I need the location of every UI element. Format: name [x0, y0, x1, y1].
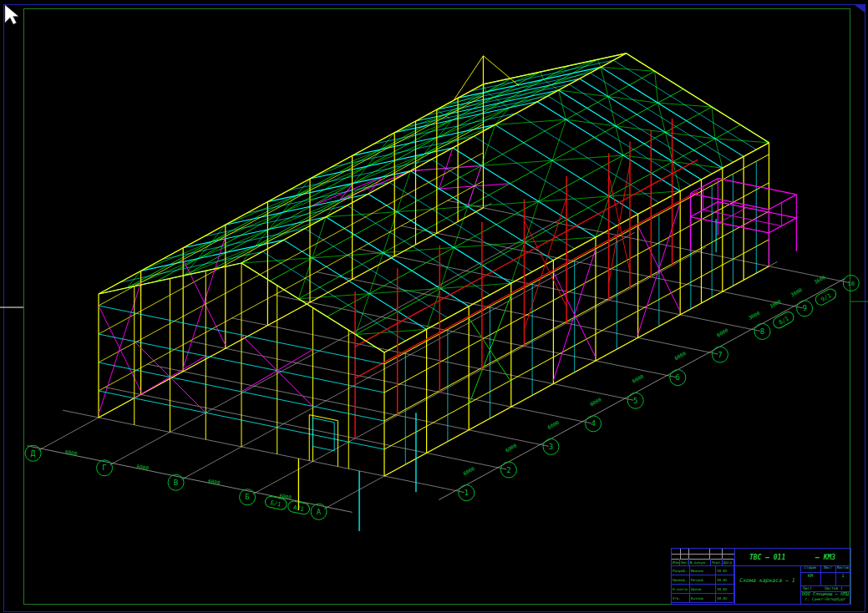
axis-marker: 10 — [843, 275, 859, 291]
sign-role: Провер. — [672, 575, 690, 585]
svg-text:Д: Д — [31, 449, 36, 458]
svg-text:8/1: 8/1 — [778, 315, 790, 326]
axis-marker: Д — [25, 445, 41, 461]
grid-dimension-lines — [28, 200, 850, 512]
sheet-header: Лист — [820, 565, 835, 570]
svg-text:3: 3 — [549, 443, 553, 451]
svg-text:Б/1: Б/1 — [270, 499, 282, 508]
sign-date: 10.02 — [716, 575, 734, 585]
axis-markers: ДГВББ/1А/1А123456788/199/110 — [25, 275, 859, 519]
sheet-row-right: Листов 1 — [825, 586, 843, 590]
svg-text:А: А — [317, 508, 322, 516]
cad-application-window: ДГВББ/1А/1А123456788/199/110600060006000… — [0, 0, 868, 613]
tb-header-cell: Подп. — [711, 559, 723, 566]
sign-date: 10.02 — [716, 585, 734, 594]
mouse-cursor — [5, 5, 18, 24]
doc-number-left: ТВС – 011 — [749, 554, 785, 561]
sign-role: Н.контр. — [672, 585, 690, 594]
axis-marker: 3 — [543, 438, 559, 454]
sign-name: Петров — [690, 575, 716, 585]
document-number: ТВС – 011 – КМ3 — [734, 549, 850, 565]
svg-text:3000: 3000 — [789, 286, 803, 297]
sheets-value: 1 — [835, 573, 850, 578]
tb-header-cell: Дата — [723, 559, 734, 566]
svg-text:6000: 6000 — [279, 492, 292, 500]
svg-text:6000: 6000 — [505, 442, 518, 453]
svg-text:7: 7 — [718, 351, 722, 359]
sign-name: Козлов — [690, 594, 716, 603]
sign-date: 10.02 — [716, 594, 734, 603]
svg-text:2: 2 — [506, 466, 510, 474]
axis-marker: А — [311, 504, 327, 519]
svg-text:Г: Г — [102, 464, 106, 472]
revision-header-row: Изм.Лист№ докум.Подп.Дата — [672, 559, 734, 566]
svg-text:6000: 6000 — [136, 463, 150, 471]
sheets-header: Листов — [835, 565, 850, 570]
svg-text:5: 5 — [633, 397, 637, 405]
axis-marker: 5 — [627, 393, 643, 408]
sign-row: Провер.Петров10.02 — [672, 575, 734, 585]
svg-text:6000: 6000 — [589, 396, 602, 407]
sign-row: Разраб.Иванов10.02 — [672, 566, 734, 575]
gable-end-wall — [99, 263, 416, 531]
svg-text:6000: 6000 — [208, 478, 221, 486]
svg-text:8: 8 — [760, 327, 764, 336]
axis-marker: Г — [97, 460, 113, 476]
svg-text:6000: 6000 — [65, 448, 79, 457]
sign-role: Утв. — [672, 594, 690, 603]
doc-number-right: – КМ3 — [815, 554, 835, 561]
tb-header-cell: № докум. — [689, 559, 711, 566]
organization-name: ООО Спецмаш – НПЦ — [800, 591, 850, 597]
portal-frames — [99, 53, 769, 476]
axis-marker: 8 — [754, 323, 770, 339]
sign-row: Утв.Козлов10.02 — [672, 594, 734, 603]
svg-text:6000: 6000 — [673, 350, 687, 361]
axis-marker: 9/1 — [814, 287, 838, 307]
tb-header-cell: Изм. — [672, 559, 680, 566]
title-block: ТВС – 011 – КМ3 Схема каркаса – 1 Стадия… — [671, 548, 851, 605]
svg-text:Б: Б — [245, 493, 249, 501]
cad-viewport[interactable]: ДГВББ/1А/1А123456788/199/110600060006000… — [0, 0, 868, 613]
svg-text:6000: 6000 — [716, 327, 729, 337]
tb-header-cell: Лист — [680, 559, 689, 566]
svg-text:3000: 3000 — [769, 298, 782, 309]
axis-marker: 2 — [500, 462, 516, 478]
axis-marker: 7 — [712, 347, 728, 362]
svg-text:3000: 3000 — [748, 310, 761, 321]
svg-text:9/1: 9/1 — [820, 292, 832, 303]
axis-marker: В — [168, 474, 184, 490]
svg-text:10: 10 — [848, 281, 855, 287]
svg-text:9: 9 — [802, 304, 806, 312]
axis-marker: 1 — [459, 485, 475, 501]
sign-date: 10.02 — [716, 566, 734, 575]
sign-role: Разраб. — [672, 566, 690, 575]
svg-text:1: 1 — [464, 489, 469, 497]
sign-name: Иванов — [690, 566, 716, 575]
svg-text:6: 6 — [676, 373, 680, 382]
drawing-title: Схема каркаса – 1 — [734, 565, 800, 604]
sign-row: Н.контр.Орлов10.02 — [672, 585, 734, 594]
axis-marker: Б — [240, 489, 256, 505]
svg-text:4: 4 — [591, 419, 595, 428]
svg-text:6000: 6000 — [546, 419, 560, 430]
axis-marker: 9 — [797, 301, 813, 317]
organization-city: г. Санкт-Петербург — [800, 597, 850, 601]
organization-cell: ООО Спецмаш – НПЦ г. Санкт-Петербург — [800, 591, 850, 604]
axis-marker: 8/1 — [771, 310, 795, 330]
svg-text:6000: 6000 — [462, 465, 475, 476]
corner-triangle — [855, 5, 865, 13]
sign-name: Орлов — [690, 585, 716, 594]
svg-text:В: В — [174, 479, 178, 487]
stage-value: КМ — [800, 573, 820, 578]
svg-text:6000: 6000 — [631, 373, 644, 384]
stage-header: Стадия — [800, 565, 820, 570]
sheet-row-left: Лист — [803, 586, 812, 590]
axis-marker: 6 — [670, 370, 686, 386]
axis-marker: 4 — [586, 416, 602, 432]
